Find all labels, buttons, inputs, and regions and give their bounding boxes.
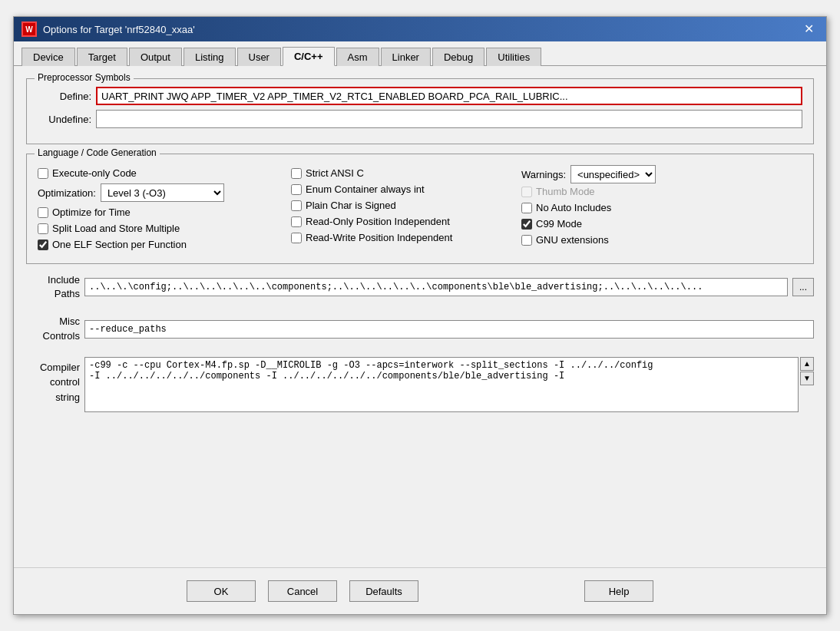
misc-controls-input[interactable] [84,320,814,339]
enum-container-row: Enum Container always int [291,181,521,197]
warnings-row: Warnings: <unspecified> All Warnings No … [521,165,802,183]
no-auto-includes-label: No Auto Includes [536,202,611,213]
col2: Strict ANSI C Enum Container always int … [291,165,521,253]
compiler-control-row: Compiler control string -c99 -c --cpu Co… [26,357,814,412]
preprocessor-group-label: Preprocessor Symbols [35,72,134,83]
tab-target[interactable]: Target [77,48,127,66]
dialog-content: Preprocessor Symbols Define: Undefine: L… [14,66,826,567]
enum-container-label: Enum Container always int [306,183,425,195]
gnu-extensions-checkbox[interactable] [521,235,532,246]
title-bar-left: W Options for Target 'nrf52840_xxaa' [21,21,195,37]
rw-pos-checkbox[interactable] [291,233,302,243]
split-load-checkbox[interactable] [38,223,48,234]
preprocessor-group: Preprocessor Symbols Define: Undefine: [26,78,814,144]
cancel-button[interactable]: Cancel [268,580,337,602]
include-paths-row: Include Paths ... [26,273,814,301]
c99-mode-checkbox[interactable] [521,219,532,230]
optimize-for-time-checkbox[interactable] [38,207,48,218]
optimization-row: Optimization: Level 3 (-O3) Level 0 (-O0… [38,181,291,204]
defaults-button[interactable]: Defaults [349,580,418,602]
tab-linker[interactable]: Linker [381,48,431,66]
main-dialog: W Options for Target 'nrf52840_xxaa' ✕ D… [13,16,827,615]
one-elf-label: One ELF Section per Function [52,239,187,250]
one-elf-checkbox[interactable] [38,240,48,250]
tab-asm[interactable]: Asm [336,48,379,66]
one-elf-row: One ELF Section per Function [38,236,291,253]
execute-only-code-checkbox[interactable] [38,168,48,179]
rw-pos-row: Read-Write Position Independent [291,230,521,246]
thumb-mode-row: Thumb Mode [521,183,802,200]
plain-char-label: Plain Char is Signed [306,200,396,211]
gnu-extensions-row: GNU extensions [521,232,802,248]
strict-ansi-label: Strict ANSI C [306,167,364,179]
include-paths-label: Include Paths [26,273,80,301]
lang-code-gen-group: Language / Code Generation Execute-only … [26,154,814,264]
undefine-label: Undefine: [38,114,91,125]
col3: Warnings: <unspecified> All Warnings No … [521,165,802,253]
optimize-for-time-label: Optimize for Time [52,206,131,218]
undefine-input[interactable] [96,110,802,128]
dialog-title: Options for Target 'nrf52840_xxaa' [43,24,195,35]
bottom-buttons: OK Cancel Defaults Help [14,567,826,614]
undefine-row: Undefine: [38,110,802,128]
tabs-bar: DeviceTargetOutputListingUserC/C++AsmLin… [14,41,826,66]
warnings-label: Warnings: [521,169,566,180]
col1: Execute-only Code Optimization: Level 3 … [38,165,291,253]
optimization-label: Optimization: [38,187,96,199]
plain-char-row: Plain Char is Signed [291,197,521,213]
split-load-row: Split Load and Store Multiple [38,220,291,236]
include-paths-browse[interactable]: ... [792,278,814,296]
title-bar: W Options for Target 'nrf52840_xxaa' ✕ [14,17,826,41]
help-button[interactable]: Help [584,580,653,602]
app-icon: W [21,21,37,37]
gnu-extensions-label: GNU extensions [536,234,609,246]
scroll-up-button[interactable]: ▲ [800,357,814,371]
define-input[interactable] [96,87,802,105]
ok-button[interactable]: OK [187,580,256,602]
split-load-label: Split Load and Store Multiple [52,223,180,234]
compiler-control-label: Compiler control string [26,357,80,405]
tab-debug[interactable]: Debug [432,48,484,66]
tab-listing[interactable]: Listing [184,48,236,66]
tab-device[interactable]: Device [21,48,75,66]
scroll-down-button[interactable]: ▼ [800,372,814,385]
no-auto-includes-row: No Auto Includes [521,200,802,216]
ro-pos-checkbox[interactable] [291,216,302,227]
tab-output[interactable]: Output [129,48,182,66]
warnings-select[interactable]: <unspecified> All Warnings No Warnings [570,165,656,183]
rw-pos-label: Read-Write Position Independent [306,232,452,243]
compiler-control-wrapper: -c99 -c --cpu Cortex-M4.fp.sp -D__MICROL… [84,357,814,412]
thumb-mode-checkbox[interactable] [521,187,532,197]
scroll-buttons: ▲ ▼ [800,357,814,412]
ro-pos-label: Read-Only Position Independent [306,216,450,227]
lang-code-gen-label: Language / Code Generation [35,147,160,158]
define-row: Define: [38,87,802,105]
tab-c-cpp[interactable]: C/C++ [283,47,335,66]
enum-container-checkbox[interactable] [291,184,302,195]
plain-char-checkbox[interactable] [291,200,302,211]
strict-ansi-row: Strict ANSI C [291,165,521,181]
misc-controls-row: Misc Controls [26,315,814,342]
c99-mode-label: C99 Mode [536,218,582,230]
define-label: Define: [38,91,91,102]
execute-only-code-row: Execute-only Code [38,165,291,181]
tab-utilities[interactable]: Utilities [486,48,541,66]
c99-mode-row: C99 Mode [521,216,802,232]
misc-controls-label: Misc Controls [26,315,80,342]
include-paths-input[interactable] [84,278,788,296]
thumb-mode-label: Thumb Mode [536,186,595,197]
ro-pos-row: Read-Only Position Independent [291,213,521,230]
strict-ansi-checkbox[interactable] [291,168,302,179]
tab-user[interactable]: User [237,48,281,66]
optimize-for-time-row: Optimize for Time [38,204,291,220]
optimization-select[interactable]: Level 3 (-O3) Level 0 (-O0) Level 1 (-O1… [101,183,224,202]
no-auto-includes-checkbox[interactable] [521,203,532,213]
close-button[interactable]: ✕ [799,21,819,37]
compiler-control-input[interactable]: -c99 -c --cpu Cortex-M4.fp.sp -D__MICROL… [84,357,799,412]
execute-only-code-label: Execute-only Code [52,167,137,179]
